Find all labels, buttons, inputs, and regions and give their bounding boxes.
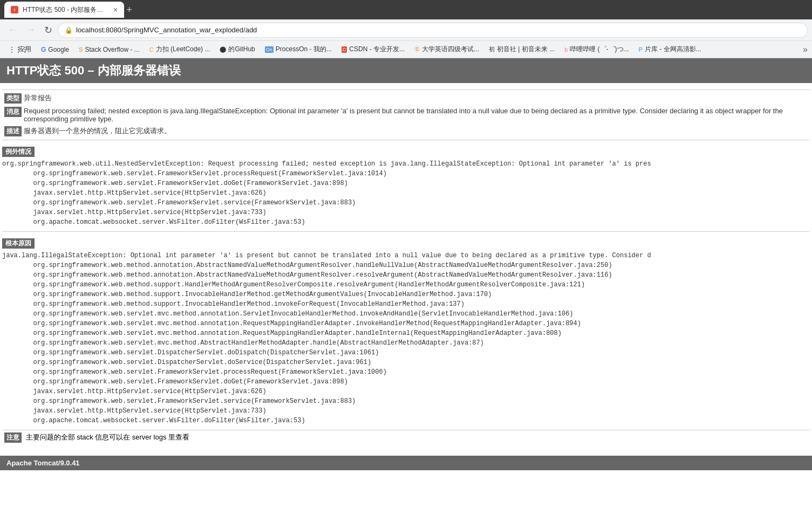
footer-bar: Apache Tomcat/9.0.41 — [0, 456, 812, 470]
exception-title: 例外情况 — [2, 147, 35, 157]
bookmark-cet[interactable]: ① 大学英语四级考试... — [410, 44, 483, 55]
tab-bar: ! HTTP状态 500 - 内部服务器错误 × + — [0, 0, 812, 19]
stackoverflow-icon: S — [79, 46, 83, 53]
description-label: 描述 — [4, 126, 22, 136]
nav-bar: ← → ↻ 🔒 localhost:8080/SpringMVC_annotat… — [0, 19, 812, 41]
bookmark-processon-label: ProcessOn - 我的... — [276, 45, 332, 54]
bookmarks-bar: ⋮⋮⋮ 应用 G Google S Stack Overflow - ... C… — [0, 41, 812, 58]
bookmark-processon[interactable]: On ProcessOn - 我的... — [261, 44, 336, 55]
bookmark-stackoverflow[interactable]: S Stack Overflow - ... — [74, 45, 144, 54]
lock-icon: 🔒 — [65, 26, 73, 34]
processon-icon: On — [265, 46, 274, 53]
bookmark-google-label: Google — [48, 46, 69, 53]
csdn-icon: C — [342, 46, 347, 53]
tab-title: HTTP状态 500 - 内部服务器错误 — [23, 5, 109, 15]
cet-icon: ① — [414, 46, 420, 53]
tab-close-icon[interactable]: × — [113, 5, 118, 14]
type-value: 异常报告 — [24, 93, 808, 103]
root-cause-title: 根本原因 — [2, 238, 35, 249]
bookmark-bilibili-label: 哔哩哔哩 (゜-゜)つ... — [570, 45, 629, 54]
error-header: HTTP状态 500 – 内部服务器错误 — [0, 58, 812, 83]
forward-button[interactable]: → — [23, 22, 39, 38]
pianku-icon: P — [639, 46, 643, 53]
address-text: localhost:8080/SpringMVC_annotation_war_… — [76, 26, 801, 34]
root-cause-trace: java.lang.IllegalStateException: Optiona… — [2, 251, 810, 425]
description-value: 服务器遇到一个意外的情况，阻止它完成请求。 — [24, 126, 808, 136]
bookmarks-more-icon[interactable]: » — [803, 45, 808, 54]
divider-3 — [2, 430, 810, 430]
bookmark-csdn-label: CSDN - 专业开发... — [349, 45, 405, 54]
bookmark-apps[interactable]: ⋮⋮⋮ 应用 — [4, 44, 36, 55]
exception-trace: org.springframework.web.util.NestedServl… — [2, 159, 810, 227]
bookmark-github-label: 的GitHub — [228, 45, 255, 54]
error-body: 类型 异常报告 消息 Request processing failed; ne… — [0, 83, 812, 449]
page-content: HTTP状态 500 – 内部服务器错误 类型 异常报告 消息 Request … — [0, 58, 812, 470]
bookmark-pianku-label: 片库 - 全网高清影... — [645, 45, 701, 54]
message-value: Request processing failed; nested except… — [24, 107, 808, 123]
address-bar-container[interactable]: 🔒 localhost:8080/SpringMVC_annotation_wa… — [58, 23, 808, 38]
divider-2 — [2, 231, 810, 232]
type-label: 类型 — [4, 93, 22, 104]
bookmark-pianku[interactable]: P 片库 - 全网高清影... — [634, 44, 706, 55]
github-icon: ⬤ — [220, 46, 226, 53]
type-row: 类型 异常报告 — [4, 93, 808, 104]
bookmark-leetcode-label: 力扣 (LeetCode) ... — [156, 45, 210, 54]
leetcode-icon: C — [149, 46, 154, 53]
bookmark-leetcode[interactable]: C 力扣 (LeetCode) ... — [145, 44, 215, 55]
tab-favicon-text: ! — [14, 8, 16, 12]
tab-favicon: ! — [11, 6, 18, 13]
active-tab[interactable]: ! HTTP状态 500 - 内部服务器错误 × — [4, 2, 124, 18]
google-icon: G — [41, 46, 46, 53]
description-row: 描述 服务器遇到一个意外的情况，阻止它完成请求。 — [4, 126, 808, 136]
back-button[interactable]: ← — [4, 22, 21, 38]
bookmark-apps-label: 应用 — [18, 45, 31, 54]
bookmark-bilibili[interactable]: b 哔哩哔哩 (゜-゜)つ... — [560, 44, 633, 55]
divider-top — [2, 90, 810, 90]
message-label: 消息 — [4, 107, 22, 117]
note-value: 主要问题的全部 stack 信息可以在 server logs 里查看 — [26, 433, 189, 441]
note-label: 注意 — [4, 432, 22, 443]
apps-icon: ⋮⋮⋮ — [9, 46, 16, 53]
bookmark-github[interactable]: ⬤ 的GitHub — [215, 44, 259, 55]
bookmark-google[interactable]: G Google — [37, 45, 73, 54]
reload-button[interactable]: ↻ — [41, 22, 56, 38]
divider-1 — [2, 140, 810, 140]
bookmark-stackoverflow-label: Stack Overflow - ... — [85, 46, 139, 53]
note-row: 注意 主要问题的全部 stack 信息可以在 server logs 里查看 — [4, 432, 808, 443]
message-row: 消息 Request processing failed; nested exc… — [4, 107, 808, 123]
bookmark-cet-label: 大学英语四级考试... — [422, 45, 479, 54]
bilibili-icon: b — [564, 46, 568, 53]
hatsune-icon: 初 — [489, 45, 495, 53]
bookmark-hatsune-label: 初音社 | 初音未来 ... — [497, 45, 555, 54]
new-tab-button[interactable]: + — [126, 4, 132, 16]
bookmark-hatsune[interactable]: 初 初音社 | 初音未来 ... — [485, 44, 559, 55]
bookmark-csdn[interactable]: C CSDN - 专业开发... — [337, 44, 409, 55]
